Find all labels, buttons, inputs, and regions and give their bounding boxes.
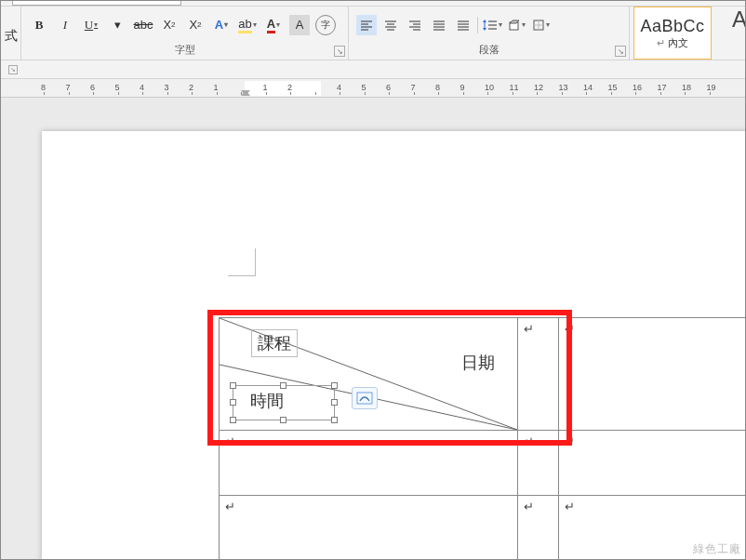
resize-handle-sw[interactable] (230, 417, 236, 423)
cell-marker: ↵ (225, 500, 235, 513)
ruler-tick: 8 (435, 83, 440, 92)
ruler-tick: 14 (583, 83, 593, 92)
clipboard-dialog-launcher[interactable]: ↘ (8, 65, 18, 74)
line-spacing-button[interactable]: ▾ (482, 15, 502, 35)
shading-button[interactable]: ▾ (506, 15, 526, 35)
cell-marker: ↵ (524, 500, 534, 513)
ruler-tick: 7 (411, 83, 416, 92)
ruler-tick: 15 (608, 83, 618, 92)
superscript-button[interactable]: X2 (185, 15, 206, 35)
char-shading-button[interactable]: A (289, 15, 310, 35)
table-row: ↵ ↵ ↵ (220, 431, 746, 496)
style-preview: AaBbCc (640, 17, 704, 36)
underline-button[interactable]: U▾ (81, 15, 101, 35)
hanging-indent-marker[interactable] (241, 90, 250, 96)
enclose-chars-button[interactable]: 字 (315, 15, 336, 35)
ruler-tick: 18 (682, 83, 691, 92)
table-row: ↵ ↵ ↵ (220, 496, 746, 560)
paragraph-group: ▾ ▾ ▾ (349, 7, 629, 39)
border-dropdown[interactable]: ▾ (107, 15, 127, 35)
ruler-tick: 1 (263, 83, 268, 92)
svg-marker-24 (483, 20, 486, 22)
ruler-tick: 16 (633, 83, 642, 92)
cell-marker: ↵ (524, 322, 534, 336)
align-center-button[interactable] (380, 15, 401, 35)
resize-handle-n[interactable] (280, 382, 286, 389)
document-area[interactable]: ⚓ 課程 日期 時間 (1, 98, 745, 559)
ruler-tick: 8 (41, 83, 46, 92)
styles-gallery: AaBbCc ↵ 內文 A (630, 7, 715, 60)
strikethrough-button[interactable]: abc (133, 15, 153, 35)
ruler-tick: 19 (707, 83, 716, 92)
cell-marker: ↵ (225, 434, 235, 448)
label-time: 時間 (250, 390, 284, 412)
style-next-fragment: A (732, 7, 746, 33)
cell-marker: ↵ (565, 434, 575, 448)
resize-handle-s[interactable] (280, 417, 286, 423)
style-name: 內文 (668, 37, 688, 48)
watermark: 綠色工廠 (693, 541, 741, 557)
font-group-label: 字型 (175, 43, 195, 57)
align-justify-button[interactable] (429, 15, 449, 35)
ruler-tick: 6 (386, 83, 391, 92)
under-ribbon-row: ↘ (1, 60, 745, 79)
ruler-tick: 5 (362, 83, 366, 92)
ruler-tick: 9 (460, 83, 465, 92)
label-date: 日期 (456, 350, 500, 376)
style-normal[interactable]: AaBbCc ↵ 內文 (633, 7, 712, 60)
horizontal-ruler[interactable]: 876543211245678910111213141516171819 (1, 79, 745, 98)
italic-button[interactable]: I (55, 15, 75, 35)
ruler-tick: 12 (534, 83, 543, 92)
highlight-button[interactable]: ab▾ (237, 15, 258, 35)
ruler-tick: 5 (115, 83, 120, 92)
ruler-tick: 2 (189, 83, 193, 92)
word-table[interactable]: 課程 日期 時間 (219, 317, 745, 559)
page[interactable]: ⚓ 課程 日期 時間 (42, 131, 745, 559)
resize-handle-e[interactable] (331, 399, 338, 406)
text-effects-button[interactable]: A▾ (211, 15, 232, 35)
ribbon-tab-fragment: 式 (5, 22, 18, 45)
ruler-tick: 10 (485, 83, 494, 92)
resize-handle-ne[interactable] (331, 382, 338, 389)
ruler-tick: 4 (140, 83, 144, 92)
font-dialog-launcher[interactable]: ↘ (334, 46, 345, 57)
label-course[interactable]: 課程 (251, 329, 298, 357)
ruler-tick: 6 (90, 83, 95, 92)
cell-marker: ↵ (524, 434, 534, 448)
ruler-tick: 13 (559, 83, 568, 92)
ruler-tick: 7 (66, 83, 71, 92)
cell-marker: ↵ (565, 500, 575, 513)
paragraph-group-label: 段落 (479, 43, 500, 57)
align-right-button[interactable] (405, 15, 425, 35)
svg-rect-33 (357, 393, 372, 404)
diagonal-header-cell[interactable]: 課程 日期 時間 (220, 318, 517, 430)
ruler-tick: 17 (658, 83, 667, 92)
cell-marker: ↵ (565, 322, 575, 336)
font-color-button[interactable]: A▾ (263, 15, 284, 35)
ruler-tick: 2 (287, 83, 292, 92)
ruler-tick: 4 (337, 83, 341, 92)
svg-marker-25 (483, 28, 486, 31)
subscript-button[interactable]: X2 (159, 15, 180, 35)
ruler-tick: 11 (510, 83, 519, 92)
ruler-tick: 3 (165, 83, 169, 92)
bold-button[interactable]: B (29, 15, 49, 35)
ribbon: 式 B I U▾ ▾ abc X2 X2 A▾ ab▾ A▾ A 字 字型 ↘ (1, 7, 745, 60)
margin-corner-mark (228, 248, 256, 276)
font-name-combo-cut[interactable] (12, 1, 181, 6)
resize-handle-se[interactable] (331, 417, 338, 423)
font-group: B I U▾ ▾ abc X2 X2 A▾ ab▾ A▾ A 字 (21, 7, 348, 39)
distribute-button[interactable] (453, 15, 473, 35)
layout-options-button[interactable] (352, 387, 378, 409)
borders-button[interactable]: ▾ (530, 15, 551, 35)
align-left-button[interactable] (356, 15, 377, 35)
resize-handle-nw[interactable] (230, 382, 236, 389)
resize-handle-w[interactable] (230, 399, 236, 406)
table-row: 課程 日期 時間 (220, 318, 746, 431)
paragraph-dialog-launcher[interactable]: ↘ (615, 46, 626, 57)
ruler-tick: 1 (214, 83, 219, 92)
textbox-time-selected[interactable]: 時間 (233, 385, 335, 420)
